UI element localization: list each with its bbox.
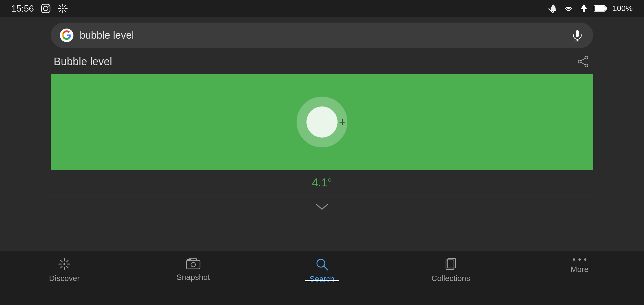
nav-item-discover[interactable]: Discover [0,257,129,283]
svg-point-22 [585,64,588,67]
snapshot-icon [185,257,201,270]
snapshot-label: Snapshot [177,273,210,282]
search-bar[interactable]: bubble level [51,23,593,48]
collections-label: Collections [432,274,470,283]
svg-point-44 [584,258,586,261]
wifi-icon [563,4,574,13]
bottom-nav: Discover Snapshot Search Collections [0,251,644,305]
bubble-level-widget: + [51,74,593,170]
battery-icon [594,5,607,12]
svg-line-24 [581,62,585,65]
discover-label: Discover [49,274,80,283]
collections-icon [444,257,458,271]
share-button[interactable] [576,54,590,69]
mic-button[interactable] [570,28,585,43]
ai-icon [58,3,68,14]
svg-point-21 [578,60,581,63]
svg-point-35 [191,262,195,267]
svg-line-9 [64,10,66,12]
airplane-icon [579,4,589,13]
bubble-level-title: Bubble level [54,56,112,68]
svg-line-32 [66,260,68,262]
svg-rect-16 [606,7,607,10]
active-indicator [305,280,339,281]
search-query-text: bubble level [80,29,564,41]
more-label: More [571,265,589,274]
svg-line-11 [60,10,61,12]
status-icons: 100% [549,4,633,13]
svg-point-43 [578,258,581,261]
search-icon [315,257,329,272]
google-logo [59,28,74,43]
instagram-icon [41,3,51,14]
nav-item-more[interactable]: More [515,257,644,274]
angle-value: 4.1° [312,176,332,189]
svg-line-39 [324,266,328,270]
svg-line-31 [66,266,68,268]
search-label: Search [310,274,335,284]
svg-line-33 [60,266,62,268]
nav-item-search[interactable]: Search [258,257,386,284]
svg-rect-15 [595,6,605,11]
nav-item-snapshot[interactable]: Snapshot [129,257,258,282]
svg-point-25 [64,263,66,265]
angle-section: 4.1° [51,170,593,195]
chevron-section[interactable] [51,195,593,218]
status-bar: 15:56 [0,0,644,17]
discover-icon [57,257,71,271]
main-content: bubble level Bubble level [51,17,593,251]
bubble-title-row: Bubble level [51,48,593,74]
more-icon [572,257,588,262]
bubble-inner-circle [306,106,338,138]
bell-muted-icon [549,4,558,13]
svg-line-8 [60,5,61,7]
svg-point-3 [62,8,64,9]
svg-point-1 [43,6,48,11]
svg-line-10 [64,5,66,7]
svg-line-30 [60,260,62,262]
svg-point-20 [585,56,588,59]
svg-point-13 [553,11,554,13]
svg-point-2 [48,6,49,7]
nav-item-collections[interactable]: Collections [386,257,515,283]
svg-point-42 [573,258,575,261]
svg-line-23 [581,58,585,61]
svg-rect-0 [42,4,50,13]
status-time: 15:56 [11,3,34,14]
crosshair-icon: + [339,116,345,128]
battery-percentage: 100% [612,4,633,13]
chevron-down-icon [315,202,329,211]
svg-rect-34 [186,260,200,269]
